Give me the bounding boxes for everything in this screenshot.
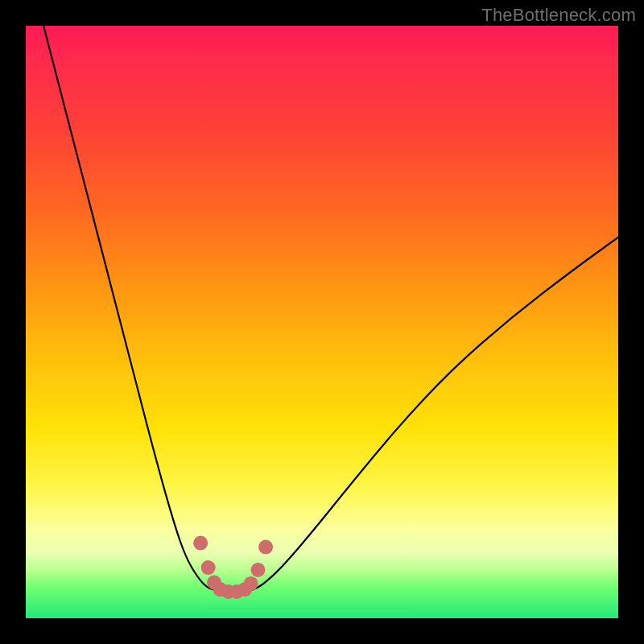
- watermark-text: TheBottleneck.com: [481, 5, 636, 26]
- valley-dot: [201, 560, 216, 575]
- valley-dot: [251, 563, 266, 577]
- valley-dot: [258, 540, 273, 555]
- valley-dot: [193, 536, 208, 551]
- valley-dot: [244, 576, 258, 591]
- valley-markers: [193, 536, 273, 599]
- curve-layer: [26, 26, 618, 618]
- bottleneck-curve: [43, 26, 618, 592]
- plot-area: [26, 26, 618, 618]
- chart-stage: TheBottleneck.com: [0, 0, 644, 644]
